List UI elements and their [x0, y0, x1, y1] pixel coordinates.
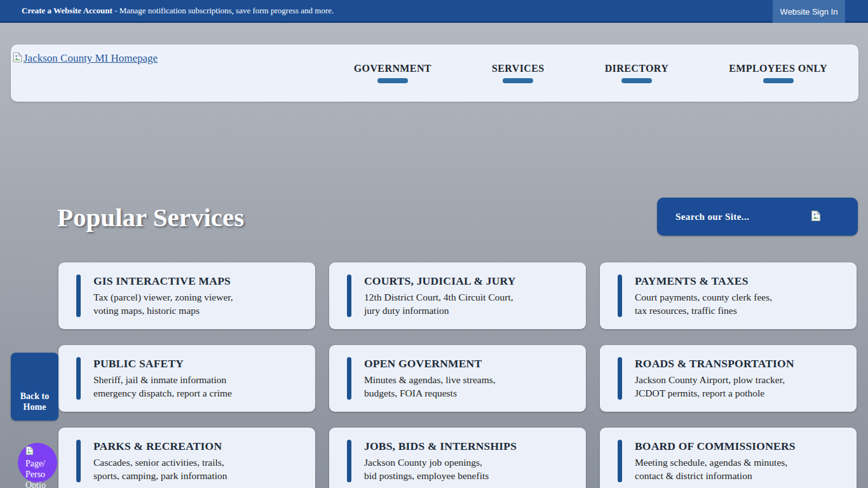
card-desc-line: Minutes & agendas, live streams, [364, 373, 573, 386]
card-title: JOBS, BIDS & INTERNSHIPS [364, 440, 573, 453]
nav-item-directory[interactable]: DIRECTORY [605, 63, 669, 83]
service-card-open-government[interactable]: OPEN GOVERNMENT Minutes & agendas, live … [329, 345, 586, 412]
card-desc-line: emergency dispatch, report a crime [93, 386, 302, 400]
broken-image-icon [25, 446, 34, 458]
website-sign-in-button[interactable]: Website Sign In [773, 0, 845, 23]
personalization-options-button[interactable]: Page/ Perso Optio [18, 443, 57, 482]
account-promo-rest: - Manage notification subscriptions, sav… [112, 6, 334, 15]
personalization-text-line: Page/ [25, 459, 45, 468]
card-accent-bar [618, 357, 622, 400]
personalization-text-line: Optio [25, 480, 46, 488]
card-desc-line: tax resources, traffic fines [635, 304, 844, 317]
nav-label: DIRECTORY [605, 63, 669, 74]
card-title: PARKS & RECREATION [93, 440, 302, 453]
nav-item-employees-only[interactable]: EMPLOYEES ONLY [729, 63, 827, 83]
service-card-payments-taxes[interactable]: PAYMENTS & TAXES Court payments, county … [600, 262, 857, 329]
card-accent-bar [618, 440, 622, 482]
card-accent-bar [76, 440, 81, 482]
home-logo-alt-text: Jackson County MI Homepage [24, 52, 158, 65]
card-desc-line: jury duty information [364, 304, 573, 317]
nav-underline [377, 78, 408, 83]
nav-underline [621, 78, 652, 83]
card-desc-line: budgets, FOIA requests [364, 386, 573, 400]
card-title: ROADS & TRANSPORTATION [635, 357, 844, 370]
card-desc-line: JCDOT permits, report a pothole [635, 386, 844, 400]
card-accent-bar [347, 357, 351, 400]
card-desc-line: voting maps, historic maps [93, 304, 302, 317]
popular-services-grid: GIS INTERACTIVE MAPS Tax (parcel) viewer… [58, 262, 857, 488]
card-desc-line: Jackson County job openings, [364, 456, 573, 469]
nav-item-services[interactable]: SERVICES [492, 63, 545, 83]
back-home-line: Back to [20, 391, 50, 402]
nav-underline [503, 78, 533, 83]
nav-item-government[interactable]: GOVERNMENT [354, 63, 431, 83]
card-accent-bar [76, 357, 81, 400]
page-title: Popular Services [57, 202, 244, 233]
nav-label: GOVERNMENT [354, 63, 431, 74]
search-input[interactable] [674, 211, 811, 223]
create-account-link[interactable]: Create a Website Account [22, 6, 112, 15]
card-desc-line: Tax (parcel) viewer, zoning viewer, [93, 290, 302, 304]
home-logo-link[interactable]: Jackson County MI Homepage [13, 52, 158, 66]
account-promo-text: Create a Website Account - Manage notifi… [22, 6, 334, 16]
nav-underline [763, 78, 794, 83]
personalization-text-line: Perso [25, 470, 45, 479]
card-title: BOARD OF COMMISSIONERS [635, 440, 844, 453]
card-desc-line: sports, camping, park information [93, 469, 302, 482]
site-search [657, 198, 858, 236]
card-desc-line: bid postings, employee benefits [364, 469, 573, 482]
service-card-parks-recreation[interactable]: PARKS & RECREATION Cascades, senior acti… [58, 428, 315, 488]
card-title: GIS INTERACTIVE MAPS [93, 274, 302, 288]
card-title: PAYMENTS & TAXES [635, 274, 844, 288]
service-card-jobs-bids-internships[interactable]: JOBS, BIDS & INTERNSHIPS Jackson County … [329, 428, 586, 488]
card-accent-bar [76, 274, 81, 317]
top-utility-bar: Create a Website Account - Manage notifi… [0, 0, 868, 23]
card-desc-line: Court payments, county clerk fees, [635, 290, 844, 304]
card-desc-line: Cascades, senior activities, trails, [93, 456, 302, 469]
nav-label: EMPLOYEES ONLY [729, 63, 827, 74]
service-card-roads-transportation[interactable]: ROADS & TRANSPORTATION Jackson County Ai… [600, 345, 857, 412]
service-card-board-of-commissioners[interactable]: BOARD OF COMMISSIONERS Meeting schedule,… [600, 428, 857, 488]
card-accent-bar [347, 440, 351, 482]
card-desc-line: 12th District Court, 4th Circuit Court, [364, 290, 573, 304]
card-title: COURTS, JUDICIAL & JURY [364, 274, 573, 288]
nav-label: SERVICES [492, 63, 545, 74]
site-header: Jackson County MI Homepage GOVERNMENT SE… [11, 44, 858, 102]
card-accent-bar [347, 274, 351, 317]
card-accent-bar [618, 274, 622, 317]
back-home-line: Home [24, 402, 46, 412]
card-desc-line: Meeting schedule, agendas & minutes, [635, 456, 844, 469]
search-button[interactable] [811, 210, 821, 224]
card-desc-line: Sheriff, jail & inmate information [93, 373, 302, 386]
back-to-home-button[interactable]: Back to Home [11, 353, 58, 421]
service-card-courts-judicial-jury[interactable]: COURTS, JUDICIAL & JURY 12th District Co… [329, 262, 586, 329]
search-icon-broken-image [811, 210, 821, 224]
card-title: PUBLIC SAFETY [93, 357, 302, 370]
main-nav: GOVERNMENT SERVICES DIRECTORY EMPLOYEES … [354, 44, 827, 102]
card-desc-line: contact & district information [635, 469, 844, 482]
broken-image-icon [13, 52, 22, 66]
service-card-public-safety[interactable]: PUBLIC SAFETY Sheriff, jail & inmate inf… [58, 345, 315, 412]
personalization-alt-text: Page/ Perso Optio [25, 446, 46, 488]
service-card-gis-interactive-maps[interactable]: GIS INTERACTIVE MAPS Tax (parcel) viewer… [58, 262, 315, 329]
card-title: OPEN GOVERNMENT [364, 357, 573, 370]
card-desc-line: Jackson County Airport, plow tracker, [635, 373, 844, 386]
